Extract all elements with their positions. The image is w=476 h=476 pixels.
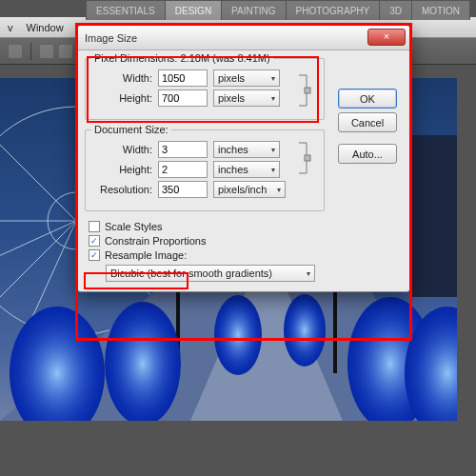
pixel-dimensions-group: Pixel Dimensions: 2.10M (was 8.41M) Widt…: [85, 58, 325, 120]
resample-method-select[interactable]: Bicubic (best for smooth gradients): [106, 265, 315, 282]
ws-tab-photography[interactable]: PHOTOGRAPHY: [286, 0, 381, 20]
ws-tab-3d[interactable]: 3D: [379, 0, 412, 20]
document-size-group: Document Size: Width: inches Height: inc…: [85, 129, 325, 211]
ds-res-input[interactable]: [158, 181, 208, 198]
tool-icon[interactable]: [39, 44, 54, 59]
pd-height-label: Height:: [93, 92, 152, 104]
tool-icon[interactable]: [58, 44, 73, 59]
svg-point-28: [284, 294, 326, 367]
ds-res-label: Resolution:: [93, 184, 152, 195]
pd-width-input[interactable]: [158, 69, 208, 87]
ds-height-label: Height:: [93, 164, 152, 175]
ws-tab-design[interactable]: DESIGN: [165, 0, 222, 20]
resample-image-label: Resample Image:: [105, 249, 187, 261]
menu-window[interactable]: Window: [27, 22, 64, 33]
ok-button[interactable]: OK: [338, 89, 397, 109]
pd-width-unit-select[interactable]: pixels: [213, 69, 280, 87]
image-size-dialog: Image Size × OK Cancel Auto... Pixel Dim…: [76, 25, 411, 292]
svg-rect-34: [305, 88, 310, 93]
pd-height-input[interactable]: [158, 89, 208, 107]
ds-height-unit-select[interactable]: inches: [213, 161, 280, 178]
cancel-button[interactable]: Cancel: [338, 112, 397, 132]
menubar-trunc: v: [8, 22, 13, 33]
constrain-link-icon: [297, 136, 314, 180]
ws-tab-essentials[interactable]: ESSENTIALS: [86, 0, 166, 20]
pd-width-label: Width:: [93, 72, 152, 84]
pixel-dimensions-label: Pixel Dimensions:: [94, 52, 177, 64]
document-size-label: Document Size:: [94, 124, 169, 135]
workspace-tabs: ESSENTIALS DESIGN PAINTING PHOTOGRAPHY 3…: [87, 0, 470, 20]
close-button[interactable]: ×: [367, 29, 406, 46]
svg-point-26: [214, 295, 262, 375]
ws-tab-painting[interactable]: PAINTING: [221, 0, 286, 20]
svg-point-24: [105, 302, 181, 421]
ds-width-input[interactable]: [158, 141, 208, 158]
pd-height-unit-select[interactable]: pixels: [213, 89, 280, 107]
tool-icon[interactable]: [8, 44, 23, 59]
ds-width-unit-select[interactable]: inches: [213, 141, 280, 158]
svg-rect-33: [409, 135, 457, 297]
scale-styles-label: Scale Styles: [105, 221, 163, 232]
auto-button[interactable]: Auto...: [338, 144, 397, 164]
ds-res-unit-select[interactable]: pixels/inch: [213, 181, 286, 198]
resample-image-checkbox[interactable]: ✓: [89, 249, 100, 261]
dialog-title: Image Size: [85, 32, 137, 44]
svg-rect-35: [305, 155, 310, 161]
ws-tab-motion[interactable]: MOTION: [411, 0, 470, 20]
constrain-link-icon: [297, 70, 314, 109]
constrain-proportions-checkbox[interactable]: ✓: [89, 235, 100, 247]
pixel-dimensions-value: 2.10M (was 8.41M): [180, 52, 269, 64]
scale-styles-checkbox[interactable]: [89, 221, 100, 232]
constrain-proportions-label: Constrain Proportions: [105, 235, 206, 247]
ds-height-input[interactable]: [158, 161, 208, 178]
dialog-titlebar[interactable]: Image Size ×: [77, 26, 410, 50]
ds-width-label: Width:: [93, 144, 152, 155]
